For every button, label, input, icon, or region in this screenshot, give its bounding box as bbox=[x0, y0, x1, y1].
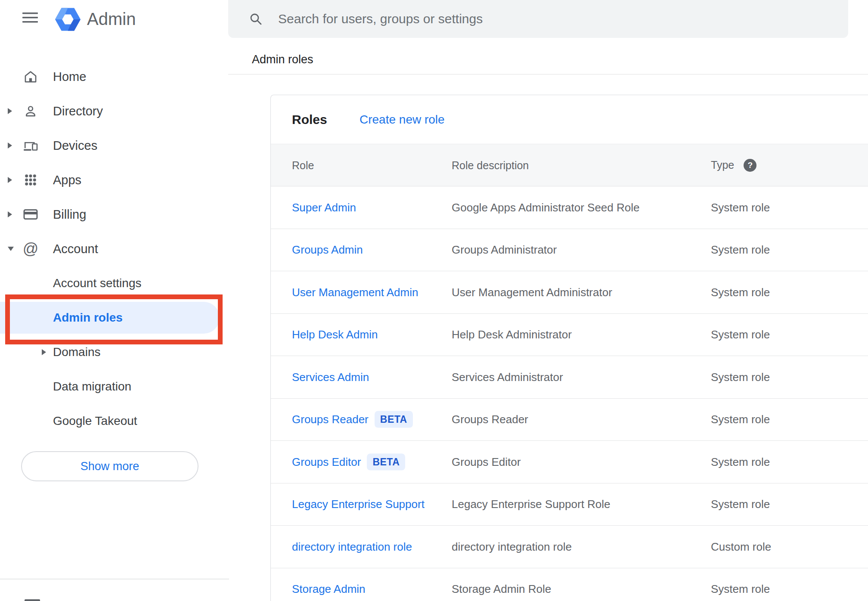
sidebar-item-billing[interactable]: Billing bbox=[0, 197, 229, 232]
role-description: Help Desk Administrator bbox=[452, 328, 572, 341]
home-icon bbox=[22, 68, 39, 85]
role-type: System role bbox=[711, 201, 770, 214]
sidebar-item-apps[interactable]: Apps bbox=[0, 163, 229, 197]
sidebar-item-home[interactable]: Home bbox=[0, 59, 229, 94]
at-icon: @ bbox=[22, 241, 39, 257]
table-row: Super AdminGoogle Apps Administrator See… bbox=[271, 186, 868, 229]
role-cell: Legacy Enterprise Support bbox=[292, 498, 425, 511]
role-link[interactable]: directory integration role bbox=[292, 540, 412, 553]
hamburger-icon bbox=[22, 12, 38, 23]
role-link[interactable]: Help Desk Admin bbox=[292, 328, 378, 341]
table-row: Groups ReaderBETAGroups ReaderSystem rol… bbox=[271, 399, 868, 441]
column-header-type: Type ? bbox=[711, 159, 756, 172]
role-link[interactable]: Legacy Enterprise Support bbox=[292, 498, 425, 511]
table-row: Storage AdminStorage Admin RoleSystem ro… bbox=[271, 568, 868, 601]
column-header-type-label: Type bbox=[711, 159, 734, 171]
role-type: Custom role bbox=[711, 540, 771, 553]
sidebar-header: Admin bbox=[0, 0, 229, 43]
clipped-bottom-icon bbox=[25, 599, 40, 601]
product-title: Admin bbox=[87, 9, 136, 29]
beta-badge: BETA bbox=[367, 453, 405, 470]
table-row: Groups AdminGroups AdministratorSystem r… bbox=[271, 229, 868, 272]
chevron-down-icon[interactable] bbox=[8, 247, 14, 251]
role-description: Storage Admin Role bbox=[452, 582, 551, 596]
sidebar-item-label: Admin roles bbox=[53, 311, 123, 325]
role-link[interactable]: Super Admin bbox=[292, 201, 356, 214]
beta-badge: BETA bbox=[375, 411, 413, 428]
table-header-row: Role Role description Type ? bbox=[271, 144, 868, 186]
sidebar-item-label: Account bbox=[53, 242, 98, 256]
chevron-right-icon[interactable] bbox=[8, 143, 12, 149]
role-cell: directory integration role bbox=[292, 540, 412, 553]
role-link[interactable]: Groups Reader bbox=[292, 413, 369, 426]
search-input[interactable] bbox=[278, 0, 752, 38]
role-link[interactable]: Groups Editor bbox=[292, 455, 361, 468]
sidebar-item-account[interactable]: @Account bbox=[0, 232, 229, 266]
column-header-role: Role bbox=[292, 159, 314, 171]
apps-icon bbox=[22, 172, 39, 188]
role-type: System role bbox=[711, 285, 770, 299]
create-new-role-link[interactable]: Create new role bbox=[360, 113, 445, 127]
role-description: Services Administrator bbox=[452, 370, 563, 384]
admin-logo-icon bbox=[55, 8, 81, 33]
role-description: Groups Administrator bbox=[452, 243, 557, 257]
role-type: System role bbox=[711, 582, 770, 596]
roles-panel: Roles Create new role Role Role descript… bbox=[270, 95, 868, 601]
role-description: Groups Reader bbox=[452, 413, 528, 426]
sidebar-item-devices[interactable]: Devices bbox=[0, 128, 229, 163]
sidebar-nav: HomeDirectoryDevicesAppsBilling@AccountA… bbox=[0, 59, 229, 438]
sidebar-item-google-takeout[interactable]: Google Takeout bbox=[0, 404, 229, 438]
table-row: Legacy Enterprise SupportLegacy Enterpri… bbox=[271, 483, 868, 526]
role-link[interactable]: Services Admin bbox=[292, 370, 369, 384]
sidebar-item-label: Data migration bbox=[53, 380, 131, 393]
role-link[interactable]: User Management Admin bbox=[292, 285, 418, 299]
sidebar-item-label: Account settings bbox=[53, 276, 141, 290]
table-row: User Management AdminUser Management Adm… bbox=[271, 271, 868, 314]
role-link[interactable]: Storage Admin bbox=[292, 582, 366, 596]
chevron-right-icon[interactable] bbox=[42, 349, 46, 355]
sidebar-bottom-divider bbox=[0, 579, 229, 579]
help-icon[interactable]: ? bbox=[744, 159, 756, 172]
sidebar-item-label: Directory bbox=[53, 104, 103, 118]
role-description: Groups Editor bbox=[452, 455, 521, 468]
role-type: System role bbox=[711, 243, 770, 257]
menu-icon[interactable] bbox=[22, 12, 38, 23]
role-cell: Groups ReaderBETA bbox=[292, 411, 413, 428]
roles-title: Roles bbox=[292, 112, 327, 127]
show-more-button[interactable]: Show more bbox=[21, 451, 198, 481]
column-header-role-description: Role description bbox=[452, 159, 529, 171]
chevron-right-icon[interactable] bbox=[8, 108, 12, 114]
table-row: Groups EditorBETAGroups EditorSystem rol… bbox=[271, 441, 868, 483]
role-description: directory integration role bbox=[452, 540, 572, 553]
role-cell: Groups EditorBETA bbox=[292, 453, 405, 470]
role-description: Legacy Enterprise Support Role bbox=[452, 498, 611, 511]
chevron-right-icon[interactable] bbox=[8, 211, 12, 217]
search-bar bbox=[228, 0, 848, 38]
breadcrumb: Admin roles bbox=[252, 53, 313, 66]
sidebar-item-domains[interactable]: Domains bbox=[0, 335, 229, 369]
role-cell: Help Desk Admin bbox=[292, 328, 378, 341]
sidebar-item-data-migration[interactable]: Data migration bbox=[0, 369, 229, 404]
sidebar-item-account-settings[interactable]: Account settings bbox=[0, 266, 229, 300]
role-cell: User Management Admin bbox=[292, 285, 418, 299]
chevron-right-icon[interactable] bbox=[8, 177, 12, 183]
sidebar-item-admin-roles[interactable]: Admin roles bbox=[0, 300, 229, 335]
table-row: Help Desk AdminHelp Desk AdministratorSy… bbox=[271, 314, 868, 356]
role-cell: Super Admin bbox=[292, 201, 356, 214]
sidebar-item-label: Domains bbox=[53, 345, 100, 359]
role-link[interactable]: Groups Admin bbox=[292, 243, 363, 257]
role-cell: Storage Admin bbox=[292, 582, 366, 596]
devices-icon bbox=[22, 137, 39, 154]
role-type: System role bbox=[711, 498, 770, 511]
table-row: directory integration roledirectory inte… bbox=[271, 526, 868, 568]
role-type: System role bbox=[711, 455, 770, 468]
role-cell: Services Admin bbox=[292, 370, 369, 384]
role-description: Google Apps Administrator Seed Role bbox=[452, 201, 639, 214]
sidebar-item-directory[interactable]: Directory bbox=[0, 94, 229, 128]
sidebar-item-label: Devices bbox=[53, 139, 97, 153]
table-body: Super AdminGoogle Apps Administrator See… bbox=[271, 186, 868, 601]
role-cell: Groups Admin bbox=[292, 243, 363, 257]
header-divider bbox=[228, 74, 868, 74]
role-description: User Management Administrator bbox=[452, 285, 612, 299]
sidebar-item-label: Apps bbox=[53, 173, 81, 187]
